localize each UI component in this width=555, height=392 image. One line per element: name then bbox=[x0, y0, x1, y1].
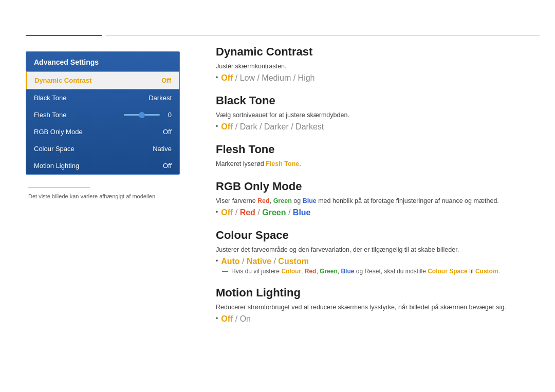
menu-label-rgb-only-mode: RGB Only Mode bbox=[34, 128, 83, 136]
options-text: Off / Red / Green / Blue bbox=[221, 208, 310, 217]
advanced-settings-box: Advanced Settings Dynamic Contrast Off B… bbox=[26, 51, 180, 175]
section-title-flesh-tone: Flesh Tone bbox=[216, 143, 540, 156]
menu-label-flesh-tone: Flesh Tone bbox=[34, 111, 66, 119]
section-desc-flesh-tone: Markeret lyserød Flesh Tone. bbox=[216, 159, 540, 169]
section-desc-dynamic-contrast: Justér skærmkontrasten. bbox=[216, 62, 540, 71]
section-title-motion-lighting: Motion Lighting bbox=[216, 286, 540, 300]
note-text: Det viste billede kan variere afhængigt … bbox=[28, 193, 157, 199]
bullet-icon: • bbox=[216, 315, 218, 322]
bullet-icon: • bbox=[216, 257, 218, 265]
bullet-icon: • bbox=[216, 74, 218, 81]
menu-value-dynamic-contrast: Off bbox=[161, 77, 171, 84]
section-title-colour-space: Colour Space bbox=[216, 229, 540, 242]
section-black-tone: Black Tone Vælg sortniveauet for at just… bbox=[216, 94, 540, 132]
colour-space-sub-note: — Hvis du vil justere Colour, Red, Green… bbox=[216, 268, 540, 275]
section-options-rgb-only-mode: • Off / Red / Green / Blue bbox=[216, 208, 540, 217]
flesh-tone-value: 0 bbox=[164, 111, 172, 119]
options-text: Off / Dark / Darker / Darkest bbox=[221, 122, 324, 132]
section-motion-lighting: Motion Lighting Reducerer strømforbruget… bbox=[216, 286, 540, 324]
top-dividers bbox=[26, 35, 540, 36]
sub-note-dash: — bbox=[222, 268, 228, 275]
section-title-black-tone: Black Tone bbox=[216, 94, 540, 107]
menu-item-flesh-tone[interactable]: Flesh Tone 0 bbox=[26, 106, 179, 123]
menu-label-colour-space: Colour Space bbox=[34, 145, 75, 153]
bullet-icon: • bbox=[216, 123, 218, 130]
panel-title: Advanced Settings bbox=[26, 52, 179, 71]
flesh-tone-controls: 0 bbox=[124, 111, 172, 119]
slider-thumb bbox=[139, 112, 145, 118]
bullet-icon: • bbox=[216, 209, 218, 216]
menu-value-black-tone: Darkest bbox=[149, 94, 172, 102]
menu-label-motion-lighting: Motion Lighting bbox=[34, 162, 79, 170]
section-title-dynamic-contrast: Dynamic Contrast bbox=[216, 45, 540, 59]
options-text: Auto / Native / Custom bbox=[221, 257, 309, 266]
section-desc-motion-lighting: Reducerer strømforbruget ved at reducere… bbox=[216, 303, 540, 312]
section-options-colour-space: • Auto / Native / Custom bbox=[216, 257, 540, 266]
section-desc-colour-space: Justerer det farveområde og den farvevar… bbox=[216, 245, 540, 255]
section-rgb-only-mode: RGB Only Mode Viser farverne Red, Green … bbox=[216, 180, 540, 217]
options-text: Off / On bbox=[221, 314, 251, 324]
section-dynamic-contrast: Dynamic Contrast Justér skærmkontrasten.… bbox=[216, 45, 540, 83]
menu-value-motion-lighting: Off bbox=[163, 162, 172, 170]
section-options-motion-lighting: • Off / On bbox=[216, 314, 540, 324]
menu-item-black-tone[interactable]: Black Tone Darkest bbox=[26, 89, 179, 106]
right-content: Dynamic Contrast Justér skærmkontrasten.… bbox=[216, 45, 540, 335]
section-title-rgb-only-mode: RGB Only Mode bbox=[216, 180, 540, 193]
menu-label-black-tone: Black Tone bbox=[34, 94, 66, 102]
menu-label-dynamic-contrast: Dynamic Contrast bbox=[34, 77, 91, 84]
panel-note: Det viste billede kan variere afhængigt … bbox=[26, 188, 180, 200]
section-desc-rgb-only-mode: Viser farverne Red, Green og Blue med he… bbox=[216, 196, 540, 206]
section-flesh-tone: Flesh Tone Markeret lyserød Flesh Tone. bbox=[216, 143, 540, 169]
flesh-tone-slider[interactable] bbox=[124, 114, 160, 116]
options-text: Off / Low / Medium / High bbox=[221, 73, 314, 83]
menu-item-motion-lighting[interactable]: Motion Lighting Off bbox=[26, 157, 179, 174]
menu-item-colour-space[interactable]: Colour Space Native bbox=[26, 140, 179, 157]
section-desc-black-tone: Vælg sortniveauet for at justere skærmdy… bbox=[216, 110, 540, 120]
divider-short bbox=[26, 35, 102, 36]
menu-item-dynamic-contrast[interactable]: Dynamic Contrast Off bbox=[26, 71, 179, 89]
divider-long bbox=[106, 35, 540, 36]
menu-value-rgb-only-mode: Off bbox=[163, 128, 172, 136]
section-options-black-tone: • Off / Dark / Darker / Darkest bbox=[216, 122, 540, 132]
menu-item-rgb-only-mode[interactable]: RGB Only Mode Off bbox=[26, 123, 179, 140]
left-panel: Advanced Settings Dynamic Contrast Off B… bbox=[26, 51, 180, 200]
section-options-dynamic-contrast: • Off / Low / Medium / High bbox=[216, 73, 540, 83]
menu-value-colour-space: Native bbox=[153, 145, 172, 153]
sub-note-text: Hvis du vil justere Colour, Red, Green, … bbox=[231, 268, 500, 275]
section-colour-space: Colour Space Justerer det farveområde og… bbox=[216, 229, 540, 275]
note-divider bbox=[28, 188, 90, 188]
